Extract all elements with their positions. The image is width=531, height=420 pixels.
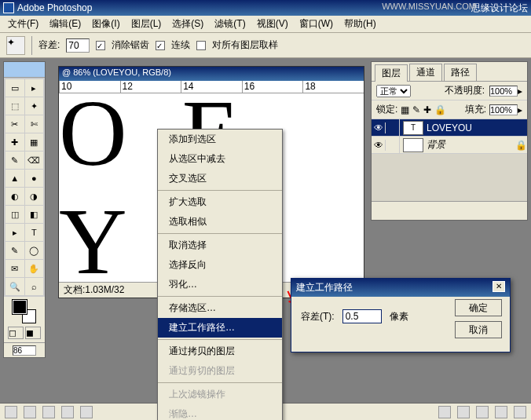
menu-bar: 文件(F) 编辑(E) 图像(I) 图层(L) 选择(S) 滤镜(T) 视图(V… (0, 16, 531, 33)
tab-channels[interactable]: 通道 (409, 64, 442, 81)
dock-icon[interactable] (61, 406, 74, 418)
tool-item[interactable]: ▸ (5, 224, 24, 241)
tab-layers[interactable]: 图层 (375, 64, 408, 82)
menu-feather[interactable]: 羽化… (158, 275, 282, 294)
contiguous-label: 连续 (171, 38, 190, 52)
dialog-tolerance-input[interactable] (342, 309, 382, 323)
menu-select[interactable]: 选择(S) (167, 16, 208, 32)
tool-item[interactable]: ◯ (25, 242, 44, 259)
menu-layer-via-copy[interactable]: 通过拷贝的图层 (158, 341, 282, 361)
toolbox: ▭▸ ⬚✦ ✂✄ ✚▦ ✎⌫ ▲● ◐◑ ◫◧ ▸T ✎◯ ✉✋ 🔍⌕ ◻◼ (3, 61, 46, 358)
tool-item[interactable]: ◧ (25, 206, 44, 223)
tolerance-label: 容差: (38, 38, 60, 52)
menu-help[interactable]: 帮助(H) (339, 16, 381, 32)
lock-transparent-icon[interactable]: ▦ (401, 104, 409, 115)
foreground-color[interactable] (13, 300, 27, 314)
tool-item[interactable]: T (25, 224, 44, 241)
antialias-checkbox[interactable] (96, 41, 105, 50)
tool-item[interactable]: ▲ (5, 170, 24, 187)
visibility-icon[interactable]: 👁 (372, 140, 386, 151)
tool-item[interactable]: ⌕ (25, 278, 44, 295)
layer-item[interactable]: 👁 T LOVEYOU (372, 119, 527, 137)
dock-icon[interactable] (457, 406, 470, 418)
sample-all-checkbox[interactable] (196, 41, 206, 50)
dock-icon[interactable] (5, 406, 17, 418)
tool-item[interactable]: ✚ (5, 133, 24, 151)
quickmask-icon[interactable]: ◼ (25, 327, 41, 339)
link-cell[interactable] (386, 137, 400, 153)
context-menu: 添加到选区 从选区中减去 交叉选区 扩大选取 选取相似 取消选择 选择反向 羽化… (157, 129, 283, 420)
tool-item[interactable]: ✋ (25, 260, 44, 277)
tool-item[interactable]: ✦ (25, 97, 44, 115)
tool-item[interactable]: ✎ (5, 242, 24, 259)
tool-item[interactable]: ✎ (5, 152, 24, 169)
dock-icon[interactable] (24, 406, 36, 418)
lock-all-icon[interactable]: 🔒 (434, 104, 446, 115)
dock-icon[interactable] (438, 406, 451, 418)
tool-item[interactable]: ● (25, 170, 44, 187)
contiguous-checkbox[interactable] (156, 41, 165, 50)
tool-item[interactable]: ⌫ (25, 152, 44, 169)
menu-layer[interactable]: 图层(L) (126, 16, 167, 32)
menu-make-work-path[interactable]: 建立工作路径… (158, 318, 282, 338)
dock-icon[interactable] (42, 406, 55, 418)
layer-item[interactable]: 👁 背景 🔒 (372, 137, 527, 154)
antialias-label: 消除锯齿 (112, 38, 149, 52)
dock-icon[interactable] (80, 406, 93, 418)
lock-paint-icon[interactable]: ✎ (412, 104, 420, 115)
dock-icon[interactable] (476, 406, 489, 418)
tool-item[interactable]: ▦ (25, 133, 44, 151)
layer-thumb[interactable] (403, 138, 423, 152)
menu-add-to-selection[interactable]: 添加到选区 (158, 130, 282, 149)
menu-image[interactable]: 图像(I) (87, 16, 124, 32)
tool-item[interactable]: 🔍 (5, 278, 24, 295)
zoom-readout[interactable] (13, 345, 36, 356)
menu-window[interactable]: 窗口(W) (295, 16, 338, 32)
menu-filter[interactable]: 滤镜(T) (210, 16, 250, 32)
toolbox-header[interactable] (4, 62, 45, 78)
menu-save-selection[interactable]: 存储选区… (158, 298, 282, 318)
tool-item[interactable]: ✄ (25, 115, 44, 133)
menu-intersect-selection[interactable]: 交叉选区 (158, 169, 282, 188)
link-cell[interactable] (386, 119, 400, 136)
layer-thumb[interactable]: T (403, 121, 423, 135)
app-title: Adobe Photoshop (17, 2, 92, 13)
fill-input[interactable] (489, 104, 518, 115)
menu-subtract-selection[interactable]: 从选区中减去 (158, 149, 282, 169)
dialog-unit: 像素 (390, 310, 408, 323)
tab-paths[interactable]: 路径 (444, 64, 477, 81)
blend-mode-select[interactable]: 正常 (376, 85, 411, 97)
lock-label: 锁定: (376, 103, 397, 116)
trash-icon[interactable] (514, 406, 526, 418)
tool-item[interactable]: ◫ (5, 206, 24, 223)
tolerance-input[interactable] (66, 38, 90, 53)
menu-grow[interactable]: 扩大选取 (158, 192, 282, 212)
lock-icon: 🔒 (515, 140, 527, 151)
close-icon[interactable]: ✕ (493, 281, 505, 292)
color-swatch[interactable] (13, 300, 36, 323)
lock-move-icon[interactable]: ✚ (423, 104, 431, 115)
menu-file[interactable]: 文件(F) (3, 16, 43, 32)
visibility-icon[interactable]: 👁 (372, 122, 386, 133)
tool-item[interactable]: ✉ (5, 260, 24, 277)
tool-item[interactable]: ✂ (5, 115, 24, 133)
menu-view[interactable]: 视图(V) (252, 16, 293, 32)
new-layer-icon[interactable] (495, 406, 507, 418)
tool-item[interactable]: ◐ (5, 188, 24, 205)
quickmask-icon[interactable]: ◻ (8, 327, 24, 339)
menu-inverse[interactable]: 选择反向 (158, 255, 282, 275)
opacity-input[interactable] (489, 86, 518, 97)
menu-similar[interactable]: 选取相似 (158, 212, 282, 232)
current-tool-icon[interactable]: ✦ (6, 36, 25, 55)
menu-edit[interactable]: 编辑(E) (45, 16, 86, 32)
tool-item[interactable]: ▭ (5, 79, 24, 97)
ok-button[interactable]: 确定 (455, 299, 502, 316)
opacity-label: 不透明度: (445, 84, 485, 97)
dialog-tolerance-label: 容差(T): (301, 310, 335, 323)
layer-name: 背景 (427, 138, 445, 152)
menu-deselect[interactable]: 取消选择 (158, 236, 282, 255)
tool-item[interactable]: ◑ (25, 188, 44, 205)
tool-item[interactable]: ▸ (25, 79, 44, 97)
tool-item[interactable]: ⬚ (5, 97, 24, 115)
cancel-button[interactable]: 取消 (455, 321, 502, 338)
